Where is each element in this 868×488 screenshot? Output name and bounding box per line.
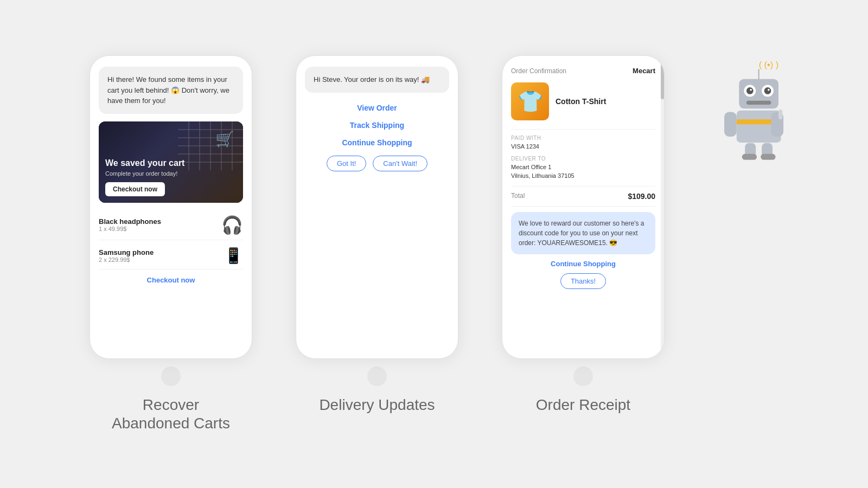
deliver-address-2: Vilnius, Lithuania 37105 xyxy=(511,171,655,181)
track-shipping-link[interactable]: Track Shipping xyxy=(305,121,449,130)
abandoned-cart-message: Hi there! We found some items in your ca… xyxy=(107,75,229,105)
robot-eye-shine-left xyxy=(750,89,752,91)
promo-text: We love to reward our customer so here's… xyxy=(519,220,644,247)
checkout-now-button[interactable]: Checkout now xyxy=(105,182,165,196)
cart-saved-subtitle: Complete your order today! xyxy=(105,170,184,177)
paid-section: Paid with VISA 1234 xyxy=(511,135,655,151)
card2-label: Delivery Updates xyxy=(319,396,435,414)
robot-arm-left xyxy=(724,112,737,137)
got-it-button[interactable]: Got It! xyxy=(327,156,366,171)
promo-bubble: We love to reward our customer so here's… xyxy=(511,212,655,254)
delivery-updates-column: Hi Steve. Your order is on its way! 🚚 Vi… xyxy=(282,55,472,414)
scrollbar-thumb xyxy=(661,56,664,99)
antenna-waves: ( (•) ) xyxy=(759,60,779,69)
samsung-icon: 📱 xyxy=(224,247,243,265)
divider-3 xyxy=(511,206,655,207)
product-row-headphones: Black headphones 1 x 49.99$ 🎧 xyxy=(99,210,243,240)
product-name: Cotton T-Shirt xyxy=(556,97,606,106)
phone-dot-1 xyxy=(161,367,181,386)
robot-pupil-left xyxy=(746,87,754,94)
cant-wait-button[interactable]: Can't Wait! xyxy=(373,156,427,171)
paid-label: Paid with xyxy=(511,135,655,141)
samsung-name: Samsung phone xyxy=(99,248,154,256)
robot-foot-right xyxy=(761,154,775,160)
robot-eye-shine-right xyxy=(768,89,770,91)
divider-1 xyxy=(511,129,655,130)
robot-illustration: ( (•) ) xyxy=(711,55,792,164)
headphones-icon: 🎧 xyxy=(221,215,243,235)
receipt-header: Order Confirmation Mecart xyxy=(511,67,655,75)
deliver-address-1: Mecart Office 1 xyxy=(511,163,655,172)
page-wrapper: Hi there! We found some items in your ca… xyxy=(54,44,814,443)
order-confirmation-label: Order Confirmation xyxy=(511,67,566,75)
total-row: Total $109.00 xyxy=(511,192,655,201)
delivery-chat-bubble: Hi Steve. Your order is on its way! 🚚 xyxy=(305,67,449,93)
abandoned-cart-column: Hi there! We found some items in your ca… xyxy=(76,55,266,432)
order-receipt-phone: Order Confirmation Mecart 👕 Cotton T-Shi… xyxy=(502,55,665,359)
card3-label: Order Receipt xyxy=(536,396,630,414)
robot-pupil-right xyxy=(764,87,771,94)
delivery-action-buttons: Got It! Can't Wait! xyxy=(305,156,449,171)
receipt-product: 👕 Cotton T-Shirt xyxy=(511,82,655,120)
headphones-info: Black headphones 1 x 49.99$ xyxy=(99,217,161,232)
deliver-section: Deliver to Mecart Office 1 Vilnius, Lith… xyxy=(511,156,655,181)
product-row-samsung: Samsung phone 2 x 229.99$ 📱 xyxy=(99,242,243,269)
thanks-button[interactable]: Thanks! xyxy=(560,273,606,289)
headphones-qty: 1 x 49.99$ xyxy=(99,226,161,232)
order-receipt-column: Order Confirmation Mecart 👕 Cotton T-Shi… xyxy=(488,55,678,414)
abandoned-cart-phone: Hi there! We found some items in your ca… xyxy=(90,55,252,359)
deliver-label: Deliver to xyxy=(511,156,655,162)
headphones-name: Black headphones xyxy=(99,217,161,226)
cart-text-overlay: We saved your cart Complete your order t… xyxy=(105,158,184,196)
continue-shopping-link-delivery[interactable]: Continue Shopping xyxy=(305,138,449,147)
total-label: Total xyxy=(511,192,525,201)
total-value: $109.00 xyxy=(628,192,655,201)
abandoned-cart-chat-bubble: Hi there! We found some items in your ca… xyxy=(99,67,243,114)
robot-section: ( (•) ) xyxy=(694,55,792,196)
phone-dot-2 xyxy=(367,367,387,386)
delivery-updates-phone: Hi Steve. Your order is on its way! 🚚 Vi… xyxy=(296,55,458,359)
card1-label: Recover Abandoned Carts xyxy=(112,396,230,432)
paid-value: VISA 1234 xyxy=(511,142,655,151)
checkout-link[interactable]: Checkout now xyxy=(99,276,243,284)
cart-image-block: 🛒 We saved your cart Complete your order… xyxy=(99,121,243,203)
phone-dot-3 xyxy=(573,367,593,386)
robot-finger xyxy=(778,110,782,119)
divider-2 xyxy=(511,186,655,187)
tshirt-image: 👕 xyxy=(511,82,549,120)
cart-icon: 🛒 xyxy=(215,130,234,148)
samsung-info: Samsung phone 2 x 229.99$ xyxy=(99,248,154,263)
brand-name: Mecart xyxy=(633,67,655,75)
samsung-qty: 2 x 229.99$ xyxy=(99,256,154,263)
scrollbar xyxy=(661,56,664,358)
continue-shopping-link-receipt[interactable]: Continue Shopping xyxy=(511,260,655,268)
view-order-link[interactable]: View Order xyxy=(305,104,449,112)
robot-mouth xyxy=(746,101,771,105)
delivery-message: Hi Steve. Your order is on its way! 🚚 xyxy=(314,75,430,84)
robot-foot-left xyxy=(742,154,757,160)
cart-saved-title: We saved your cart xyxy=(105,158,184,168)
